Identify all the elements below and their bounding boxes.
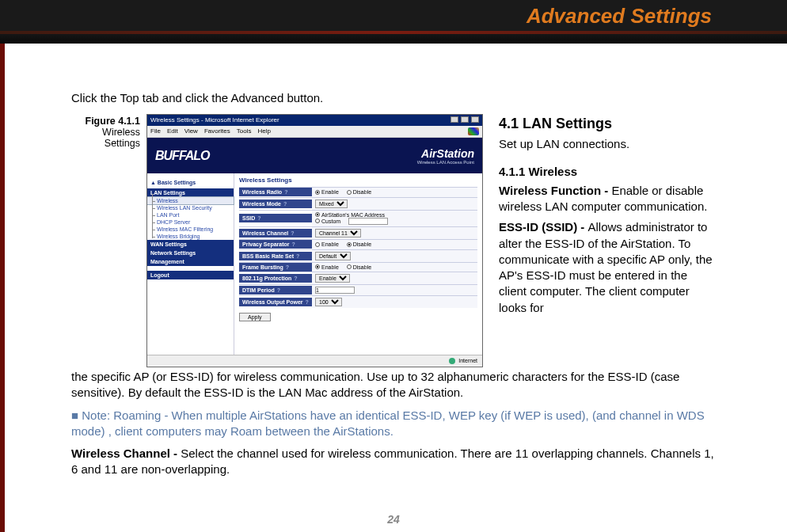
text-lan-sub: Set up LAN connections.	[499, 136, 716, 152]
settings-title: Wireless Settings	[239, 177, 477, 184]
select-channel: Channel 11	[315, 229, 361, 238]
note-text: Note: Roaming - When multiple AirStation…	[71, 408, 705, 438]
page-content: Click the Top tab and click the Advanced…	[0, 44, 787, 478]
nav-item-mac-filter: Wireless MAC Filtering	[147, 226, 234, 233]
nav-basic-link: ▲ Basic Settings	[147, 177, 234, 188]
figure-number: Figure 4.1.1	[71, 116, 140, 127]
window-buttons	[450, 116, 479, 124]
label-essid: ESS-ID (SSID) -	[499, 220, 588, 234]
input-dtim	[315, 287, 355, 294]
embedded-screenshot: Wireless Settings - Microsoft Internet E…	[146, 114, 483, 367]
figure-caption-line2: Settings	[105, 138, 140, 149]
close-icon	[471, 116, 479, 123]
window-titlebar: Wireless Settings - Microsoft Internet E…	[147, 115, 482, 126]
browser-statusbar: Internet	[147, 355, 482, 366]
paragraph-wireless-channel: Wireless Channel - Select the channel us…	[71, 446, 716, 478]
menu-help: Help	[257, 127, 270, 135]
apply-row: Apply	[239, 313, 477, 321]
select-out: 100	[315, 298, 342, 306]
menu-tools: Tools	[237, 127, 252, 135]
label-frame: Frame Bursting	[242, 264, 283, 270]
row-radio: Wireless Radio? Enable Disable	[239, 187, 477, 197]
row-ssid: SSID? AirStation's MAC Address Custom	[239, 210, 477, 227]
select-mode: Mixed	[315, 200, 348, 208]
paragraph-essid-a: ESS-ID (SSID) - Allows administrator to …	[499, 219, 716, 316]
internet-zone-icon	[449, 358, 455, 364]
nav-item-wlan-security: Wireless LAN Security	[147, 204, 234, 211]
row-out: Wireless Output Power? 100	[239, 295, 477, 308]
label-wireless-channel: Wireless Channel -	[71, 446, 181, 460]
text-essid-a: Allows administrator to alter the ESS-ID…	[499, 220, 713, 314]
nav-sidebar: ▲ Basic Settings LAN Settings Wireless W…	[147, 173, 234, 355]
nav-head-mgmt: Management	[147, 257, 234, 266]
figure-caption-line1: Wireless	[102, 127, 140, 138]
nav-item-dhcp: DHCP Server	[147, 218, 234, 226]
windows-flag-icon	[468, 127, 479, 135]
header-accent-line	[0, 31, 787, 34]
page-title: Advanced Settings	[527, 4, 712, 28]
browser-menubar: File Edit View Favorites Tools Help	[147, 126, 482, 138]
label-bss: BSS Basic Rate Set	[242, 253, 294, 259]
heading-4-1: 4.1 LAN Settings	[499, 114, 716, 133]
nav-item-lan-port: LAN Port	[147, 211, 234, 218]
menu-view: View	[184, 127, 198, 135]
status-text: Internet	[458, 358, 477, 363]
paragraph-wireless-function: Wireless Function - Enable or disable wi…	[499, 183, 716, 215]
minimize-icon	[451, 116, 458, 123]
figure-area: Figure 4.1.1 Wireless Settings Wireless …	[71, 114, 716, 367]
text-essid-b: the specific AP (or ESS-ID) for wireless…	[71, 369, 716, 401]
radio-ssid-mac: AirStation's MAC Address	[315, 212, 385, 218]
radio-priv-disable: Disable	[347, 241, 371, 247]
product-subtitle: Wireless LAN Access Point	[417, 160, 474, 165]
row-dtim: DTIM Period?	[239, 284, 477, 295]
row-frame: Frame Bursting? Enable Disable	[239, 262, 477, 272]
radio-priv-enable: Enable	[315, 241, 339, 247]
window-title: Wireless Settings - Microsoft Internet E…	[150, 116, 279, 124]
label-wireless-function: Wireless Function -	[499, 184, 611, 197]
row-channel: Wireless Channel? Channel 11	[239, 226, 477, 239]
label-prot: 802.11g Protection	[242, 276, 291, 281]
square-bullet-icon: ■	[71, 408, 82, 422]
select-bss: Default	[315, 252, 351, 260]
product-banner: BUFFALO AirStation Wireless LAN Access P…	[147, 138, 482, 173]
product-name-block: AirStation Wireless LAN Access Point	[417, 147, 474, 165]
radio-enable: Enable	[315, 189, 339, 195]
product-name: AirStation	[417, 147, 474, 160]
label-radio: Wireless Radio	[242, 189, 282, 195]
nav-head-net: Network Settings	[147, 249, 234, 257]
label-privsep: Privacy Separator	[242, 241, 290, 247]
figure-caption: Figure 4.1.1 Wireless Settings	[71, 116, 146, 149]
nav-head-wan: WAN Settings	[147, 240, 234, 249]
radio-disable: Disable	[347, 189, 371, 195]
label-channel: Wireless Channel	[242, 230, 288, 236]
label-ssid: SSID	[242, 215, 255, 221]
page-header-banner: Advanced Settings	[0, 0, 787, 44]
label-dtim: DTIM Period	[242, 287, 275, 293]
row-privsep: Privacy Separator? Enable Disable	[239, 239, 477, 249]
settings-panel: Wireless Settings Wireless Radio? Enable…	[234, 173, 482, 355]
nav-head-lan: LAN Settings	[147, 188, 234, 197]
input-ssid-custom	[348, 218, 388, 225]
menu-edit: Edit	[167, 127, 178, 135]
side-accent-bar	[0, 44, 5, 532]
screenshot-body: ▲ Basic Settings LAN Settings Wireless W…	[147, 173, 482, 355]
nav-head-logout: Logout	[147, 271, 234, 279]
row-mode: Wireless Mode? Mixed	[239, 197, 477, 210]
radio-frame-enable: Enable	[315, 264, 339, 270]
label-out: Wireless Output Power	[242, 299, 303, 305]
nav-item-bridging: Wireless Bridging	[147, 233, 234, 240]
radio-ssid-custom: Custom	[315, 218, 340, 224]
apply-button: Apply	[239, 313, 271, 321]
page-number: 24	[0, 513, 787, 526]
menu-favorites: Favorites	[204, 127, 230, 135]
select-prot: Enable	[315, 274, 350, 283]
note-roaming: ■ Note: Roaming - When multiple AirStati…	[71, 408, 716, 440]
maximize-icon	[461, 116, 469, 123]
radio-frame-disable: Disable	[347, 264, 371, 270]
right-text-column: 4.1 LAN Settings Set up LAN connections.…	[483, 114, 716, 321]
label-mode: Wireless Mode	[242, 201, 281, 207]
heading-4-1-1: 4.1.1 Wireless	[499, 164, 716, 180]
row-prot: 802.11g Protection? Enable	[239, 272, 477, 284]
lead-paragraph: Click the Top tab and click the Advanced…	[71, 91, 716, 104]
nav-item-wireless: Wireless	[147, 197, 234, 204]
